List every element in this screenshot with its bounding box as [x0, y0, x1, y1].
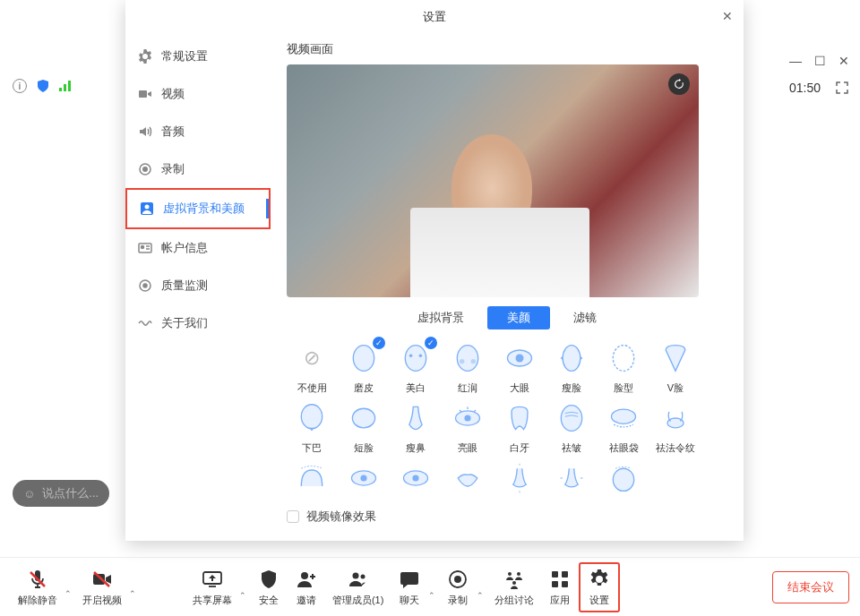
- tab-virtual-bg[interactable]: 虚拟背景: [398, 306, 484, 329]
- effect-mouth[interactable]: [443, 458, 493, 498]
- effect-nose-len[interactable]: [494, 458, 545, 498]
- settings-modal: 设置 ✕ 常规设置 视频 音频 录制 虚拟背景和美颜: [125, 0, 744, 541]
- unmute-button[interactable]: 解除静音: [11, 564, 64, 611]
- mic-muted-icon: [26, 568, 49, 591]
- effect-whiten[interactable]: 美白: [391, 338, 441, 395]
- effect-eye-angle[interactable]: [391, 458, 441, 498]
- effect-white-teeth[interactable]: 白牙: [494, 398, 545, 455]
- effect-v-face[interactable]: V脸: [650, 338, 701, 395]
- close-icon[interactable]: ✕: [722, 9, 733, 23]
- effect-eye-dist[interactable]: [339, 458, 389, 498]
- effect-face-width[interactable]: [598, 458, 649, 498]
- svg-rect-3: [139, 90, 147, 98]
- settings-content: 视频画面 虚拟背景 美颜 滤镜 ⊘不使用 磨皮 美白 红润 大眼 瘦脸: [271, 34, 744, 541]
- tab-beauty[interactable]: 美颜: [487, 306, 550, 329]
- chevron-up-icon[interactable]: ⌃: [239, 591, 250, 612]
- breakout-button[interactable]: 分组讨论: [487, 564, 541, 611]
- svg-point-25: [301, 405, 322, 429]
- sidebar-item-quality[interactable]: 质量监测: [125, 267, 271, 304]
- svg-point-30: [612, 409, 636, 424]
- window-controls-bg: — ☐ ✕: [789, 54, 849, 68]
- effect-wrinkle[interactable]: 祛皱: [546, 398, 597, 455]
- svg-point-43: [301, 572, 308, 579]
- check-badge: [425, 337, 437, 349]
- chevron-up-icon[interactable]: ⌃: [477, 591, 487, 612]
- minimize-icon[interactable]: —: [789, 54, 802, 68]
- members-icon: [347, 568, 370, 591]
- emoji-icon[interactable]: ☺: [23, 487, 35, 500]
- signal-icon[interactable]: [59, 81, 73, 91]
- svg-point-23: [563, 346, 580, 372]
- sidebar-item-virtual-bg[interactable]: 虚拟背景和美颜: [125, 188, 271, 229]
- sidebar-item-video[interactable]: 视频: [125, 75, 271, 113]
- effect-short-face[interactable]: 短脸: [339, 398, 389, 455]
- close-icon[interactable]: ✕: [838, 54, 849, 68]
- section-label: 视频画面: [287, 41, 727, 57]
- fullscreen-icon[interactable]: [835, 81, 849, 95]
- effect-smooth[interactable]: 磨皮: [339, 338, 389, 395]
- sidebar-item-audio[interactable]: 音频: [125, 113, 271, 150]
- chat-icon: [398, 568, 421, 591]
- chevron-up-icon[interactable]: ⌃: [428, 591, 439, 612]
- svg-rect-53: [552, 581, 558, 587]
- chat-button[interactable]: 聊天: [391, 564, 428, 611]
- effect-nose-wing[interactable]: [546, 458, 597, 498]
- manage-members-button[interactable]: 管理成员(1): [325, 564, 391, 611]
- settings-button[interactable]: 设置: [579, 562, 620, 612]
- sidebar-label: 帐户信息: [161, 240, 208, 256]
- sidebar-item-record[interactable]: 录制: [125, 150, 271, 188]
- effect-big-eyes[interactable]: 大眼: [494, 338, 545, 395]
- svg-rect-52: [562, 571, 568, 578]
- svg-point-15: [405, 346, 426, 372]
- rotate-icon[interactable]: [668, 73, 690, 95]
- tab-filter[interactable]: 滤镜: [554, 306, 616, 329]
- record-button[interactable]: 录制: [439, 564, 477, 611]
- id-icon: [138, 241, 152, 255]
- chat-input-bubble[interactable]: ☺ 说点什么...: [13, 480, 109, 507]
- effect-rosy[interactable]: 红润: [443, 338, 493, 395]
- svg-point-18: [457, 346, 477, 372]
- security-button[interactable]: 安全: [250, 564, 288, 611]
- svg-point-19: [460, 359, 464, 364]
- sidebar-label: 视频: [161, 86, 185, 102]
- svg-rect-51: [552, 571, 558, 578]
- invite-button[interactable]: 邀请: [288, 564, 325, 611]
- svg-point-16: [409, 355, 413, 358]
- share-screen-button[interactable]: 共享屏幕: [185, 564, 239, 611]
- effect-nasolabial[interactable]: 祛法令纹: [650, 398, 701, 455]
- apps-icon: [548, 568, 572, 591]
- info-icon[interactable]: i: [13, 79, 27, 93]
- effect-bright-eyes[interactable]: 亮眼: [443, 398, 493, 455]
- svg-point-28: [464, 415, 470, 421]
- svg-rect-54: [562, 581, 568, 587]
- effect-eyebag[interactable]: 祛眼袋: [598, 398, 649, 455]
- effect-none[interactable]: ⊘不使用: [287, 338, 337, 395]
- effect-chin[interactable]: 下巴: [287, 398, 337, 455]
- checkbox-icon[interactable]: [287, 510, 299, 523]
- effect-slim-nose[interactable]: 瘦鼻: [391, 398, 441, 455]
- maximize-icon[interactable]: ☐: [814, 54, 826, 68]
- chevron-up-icon[interactable]: ⌃: [129, 589, 140, 611]
- sidebar-label: 虚拟背景和美颜: [163, 201, 245, 217]
- none-icon: ⊘: [304, 346, 320, 370]
- sidebar-item-about[interactable]: 关于我们: [125, 304, 271, 342]
- record-icon: [446, 568, 469, 591]
- effect-forehead[interactable]: [287, 458, 337, 498]
- sidebar-label: 质量监测: [161, 278, 208, 294]
- sidebar-item-account[interactable]: 帐户信息: [125, 229, 271, 267]
- effect-face-shape[interactable]: 脸型: [598, 338, 649, 395]
- effect-slim-face[interactable]: 瘦脸: [546, 338, 597, 395]
- svg-point-48: [508, 572, 512, 576]
- mirror-label: 视频镜像效果: [306, 509, 376, 525]
- mirror-checkbox-row[interactable]: 视频镜像效果: [287, 509, 727, 525]
- start-video-button[interactable]: 开启视频: [75, 564, 129, 611]
- shield-icon[interactable]: [36, 79, 50, 93]
- svg-point-47: [454, 576, 461, 583]
- chevron-up-icon[interactable]: ⌃: [64, 589, 75, 611]
- svg-point-26: [352, 408, 374, 428]
- settings-sidebar: 常规设置 视频 音频 录制 虚拟背景和美颜 帐户信息: [125, 34, 271, 541]
- end-meeting-button[interactable]: 结束会议: [772, 571, 849, 603]
- sidebar-item-general[interactable]: 常规设置: [125, 38, 271, 75]
- apps-button[interactable]: 应用: [541, 564, 579, 611]
- svg-rect-2: [68, 81, 71, 91]
